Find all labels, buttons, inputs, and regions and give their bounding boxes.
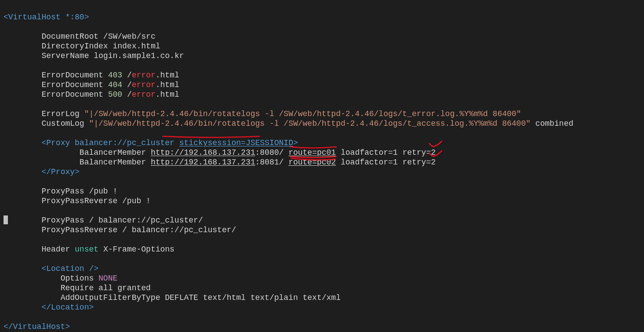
- location-close: </Location>: [41, 303, 94, 312]
- servername: ServerName: [41, 51, 89, 60]
- directoryindex-value: index.html: [113, 42, 160, 51]
- underline-sticky: [163, 136, 259, 138]
- text-cursor: [4, 215, 8, 224]
- balancer-member-1: BalancerMember: [80, 148, 146, 157]
- errordocument-404: ErrorDocument: [41, 80, 103, 89]
- balancer-member-1-url: http://192.168.137.231: [151, 148, 255, 157]
- proxy-open-1: <Proxy balancer://pc_cluster: [41, 139, 179, 147]
- errordocument-500: ErrorDocument: [41, 90, 103, 99]
- header-dir: Header: [41, 245, 70, 254]
- check-mark-1-icon: [429, 141, 442, 146]
- balancer-member-1-opts: loadfactor=1 retry=2: [341, 148, 436, 157]
- filter-line: AddOutputFilterByType DEFLATE text/html …: [61, 293, 341, 302]
- virtualhost-open: <VirtualHost *:80>: [4, 13, 89, 22]
- options-dir: Options: [61, 274, 94, 283]
- proxy-close: </Proxy>: [41, 168, 79, 176]
- proxypass-root: ProxyPass / balancer://pc_cluster/: [41, 216, 203, 225]
- documentroot: DocumentRoot: [41, 32, 98, 41]
- proxypassreverse-pub: ProxyPassReverse /pub !: [41, 197, 150, 205]
- errorlog: ErrorLog: [41, 109, 79, 118]
- documentroot-value: /SW/web/src: [103, 32, 156, 41]
- require-line: Require all granted: [61, 284, 151, 292]
- balancer-member-2-route: route=pc02: [288, 158, 336, 167]
- balancer-member-2-opts: loadfactor=1 retry=2: [341, 158, 436, 167]
- balancer-member-2: BalancerMember: [80, 158, 146, 167]
- customlog-format: combined: [535, 119, 573, 128]
- location-open: <Location />: [41, 264, 98, 273]
- customlog: CustomLog: [41, 119, 84, 128]
- balancer-member-1-route: route=pc01: [288, 148, 336, 157]
- errordocument-403: ErrorDocument: [41, 71, 103, 80]
- sticky-session: stickysession=JSESSIONID: [179, 139, 293, 147]
- code-editor[interactable]: <VirtualHost *:80> DocumentRoot /SW/web/…: [0, 0, 644, 332]
- errorlog-value: "|/SW/web/httpd-2.4.46/bin/rotatelogs -l…: [84, 109, 521, 118]
- virtualhost-close: </VirtualHost>: [4, 322, 70, 331]
- proxypass-pub: ProxyPass /pub !: [41, 187, 117, 196]
- servername-value: login.sample1.co.kr: [94, 51, 184, 60]
- options-val: NONE: [98, 274, 117, 283]
- balancer-member-2-url: http://192.168.137.231: [151, 158, 255, 167]
- header-act: unset: [75, 245, 98, 254]
- directoryindex: DirectoryIndex: [41, 42, 108, 51]
- customlog-value: "|/SW/web/httpd-2.4.46/bin/rotatelogs -l…: [89, 119, 531, 128]
- proxypassreverse-root: ProxyPassReverse / balancer://pc_cluster…: [41, 226, 236, 234]
- header-arg: X-Frame-Options: [103, 245, 175, 254]
